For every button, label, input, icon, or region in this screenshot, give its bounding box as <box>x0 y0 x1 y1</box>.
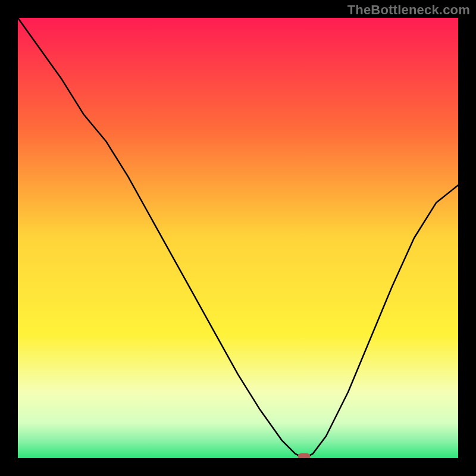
optimal-point-marker <box>298 453 310 458</box>
chart-frame: TheBottleneck.com <box>0 0 476 476</box>
gradient-background <box>18 18 458 458</box>
attribution-label: TheBottleneck.com <box>347 2 470 18</box>
chart-plot <box>18 18 458 458</box>
